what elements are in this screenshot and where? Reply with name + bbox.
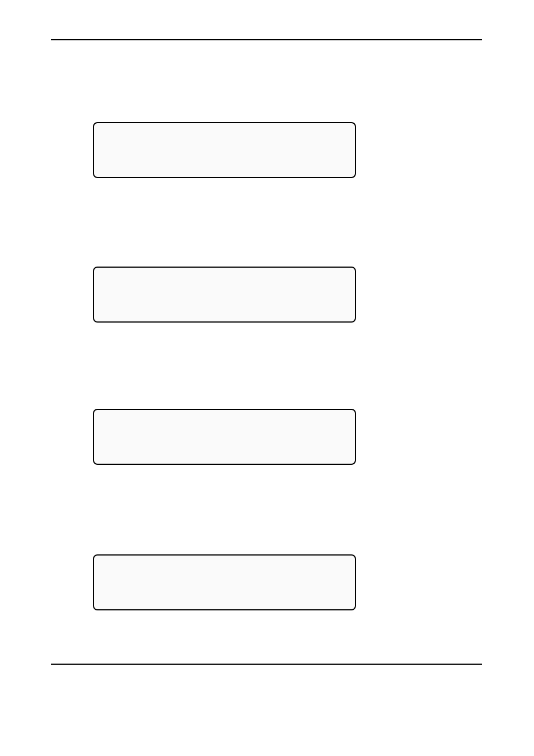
- content-box-2: [93, 267, 356, 323]
- content-box-3: [93, 409, 356, 465]
- content-box-1: [93, 122, 356, 178]
- bottom-horizontal-rule: [51, 664, 482, 665]
- content-box-4: [93, 554, 356, 610]
- document-page: [0, 0, 534, 756]
- top-horizontal-rule: [51, 39, 482, 40]
